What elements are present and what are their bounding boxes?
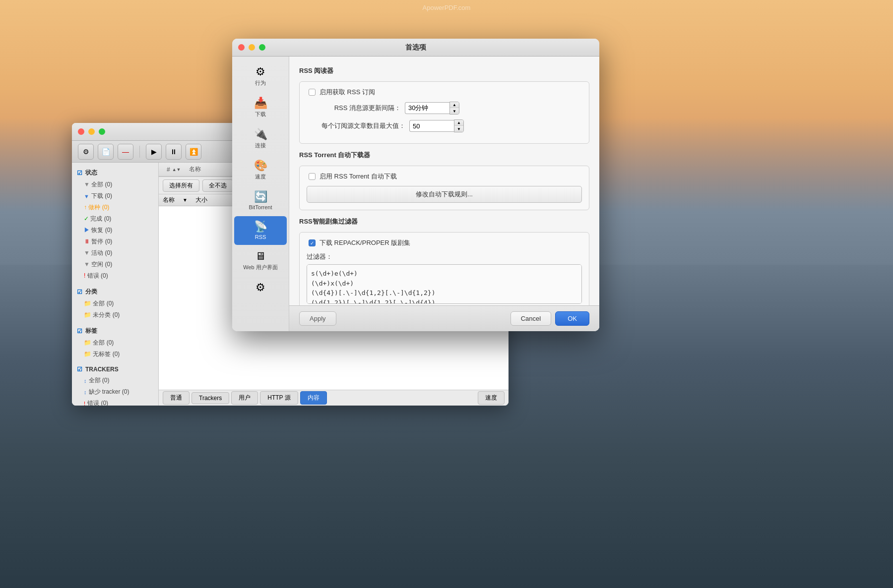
- connection-icon: 🔌: [254, 129, 267, 140]
- sidebar-category-label: 分类: [85, 288, 97, 296]
- col-num[interactable]: # ▲▼: [163, 166, 185, 173]
- refresh-interval-input[interactable]: 30分钟: [405, 102, 449, 114]
- tab-trackers[interactable]: Trackers: [191, 392, 229, 404]
- tab-speed[interactable]: 速度: [478, 391, 505, 405]
- sidebar-tags-label: 标签: [85, 327, 97, 335]
- sidebar-cat-uncat[interactable]: 📁 未分类 (0): [72, 309, 158, 321]
- cancel-button[interactable]: Cancel: [510, 311, 551, 326]
- sidebar-pause[interactable]: ⏸ 暂停 (0): [72, 236, 158, 247]
- nav-connection-label: 连接: [255, 142, 266, 149]
- download-repack-row: ✓ 下载 REPACK/PROPER 版剧集: [307, 238, 582, 247]
- max-articles-stepper[interactable]: 50 ▲ ▼: [409, 119, 464, 132]
- speed-icon: 🎨: [254, 160, 267, 171]
- nav-download[interactable]: 📥 下载: [234, 93, 287, 123]
- pref-body: ⚙ 行为 📥 下载 🔌 连接 🎨 速度 🔄 BitTorrent 📡 RS: [232, 57, 599, 331]
- sidebar-tracker-error[interactable]: ! 错误 (0): [72, 398, 158, 406]
- min-btn[interactable]: [88, 128, 95, 135]
- tab-normal[interactable]: 普通: [163, 391, 190, 405]
- tab-peers[interactable]: 用户: [231, 391, 258, 405]
- download-icon: 📥: [254, 98, 267, 109]
- nav-rss[interactable]: 📡 RSS: [234, 216, 287, 245]
- rss-torrent-title: RSS Torrent 自动下载器: [299, 151, 589, 160]
- nav-bittorrent[interactable]: 🔄 BitTorrent: [234, 186, 287, 215]
- sidebar-status-header: ☑ 状态: [72, 167, 158, 179]
- sidebar-trackers-section: ☑ TRACKERS ↕ 全部 (0) ↕ 缺少 tracker (0) ! 错…: [72, 364, 158, 406]
- refresh-interval-up[interactable]: ▲: [450, 102, 459, 108]
- max-btn[interactable]: [99, 128, 105, 135]
- category-checkbox: ☑: [77, 289, 82, 295]
- modify-rules-btn[interactable]: 修改自动下载规则...: [307, 186, 582, 203]
- max-articles-up[interactable]: ▲: [454, 120, 463, 126]
- sidebar-cat-all[interactable]: 📁 全部 (0): [72, 298, 158, 309]
- col-name-label: 名称: [189, 165, 201, 174]
- sidebar-complete[interactable]: ✓ 完成 (0): [72, 213, 158, 225]
- rss-reader-title: RSS 阅读器: [299, 66, 589, 75]
- refresh-interval-row: RSS 消息源更新间隔： 30分钟 ▲ ▼: [307, 102, 582, 115]
- sidebar-all[interactable]: ▼ 全部 (0): [72, 179, 158, 190]
- sidebar-tracker-all[interactable]: ↕ 全部 (0): [72, 375, 158, 386]
- sidebar-download[interactable]: ▼ 下载 (0): [72, 190, 158, 202]
- footer-left: Apply: [299, 311, 336, 326]
- behavior-icon: ⚙: [255, 66, 265, 77]
- nav-advanced[interactable]: ⚙: [234, 277, 287, 300]
- sidebar-tracker-missing[interactable]: ↕ 缺少 tracker (0): [72, 386, 158, 398]
- pref-footer: Apply Cancel OK: [289, 305, 599, 331]
- max-articles-down[interactable]: ▼: [454, 126, 463, 132]
- sidebar-tags-section: ☑ 标签 📁 全部 (0) 📁 无标签 (0): [72, 325, 158, 360]
- toolbar-top-btn[interactable]: ⏫: [186, 144, 201, 160]
- refresh-interval-stepper[interactable]: 30分钟 ▲ ▼: [405, 102, 459, 115]
- apply-button[interactable]: Apply: [299, 311, 336, 326]
- sidebar-tags-all[interactable]: 📁 全部 (0): [72, 337, 158, 349]
- pref-min-btn[interactable]: [249, 44, 255, 51]
- filter-label: 过滤器：: [307, 252, 582, 261]
- nav-speed[interactable]: 🎨 速度: [234, 155, 287, 185]
- sidebar-trackers-header: ☑ TRACKERS: [72, 364, 158, 375]
- footer-right: Cancel OK: [510, 311, 589, 326]
- select-none-btn[interactable]: 全不选: [202, 179, 233, 192]
- pref-close-btn[interactable]: [238, 44, 245, 51]
- sidebar-idle[interactable]: ▼ 空闲 (0): [72, 259, 158, 270]
- nav-bittorrent-label: BitTorrent: [249, 204, 272, 210]
- rss-icon: 📡: [254, 221, 267, 232]
- sidebar-tags-none[interactable]: 📁 无标签 (0): [72, 349, 158, 360]
- nav-webui[interactable]: 🖥 Web 用户界面: [234, 246, 287, 276]
- toolbar-remove-btn[interactable]: —: [118, 144, 133, 160]
- pref-sidebar: ⚙ 行为 📥 下载 🔌 连接 🎨 速度 🔄 BitTorrent 📡 RS: [232, 57, 289, 331]
- max-articles-row: 每个订阅源文章数目最大值： 50 ▲ ▼: [307, 119, 582, 132]
- nav-connection[interactable]: 🔌 连接: [234, 124, 287, 154]
- pref-content-area: RSS 阅读器 启用获取 RSS 订阅 RSS 消息源更新间隔： 30分钟 ▲ …: [289, 57, 599, 331]
- toolbar-pause-btn[interactable]: ⏸: [166, 144, 182, 160]
- col-num-sort: ▲▼: [172, 167, 181, 172]
- refresh-interval-btns[interactable]: ▲ ▼: [449, 102, 459, 115]
- refresh-interval-down[interactable]: ▼: [450, 108, 459, 114]
- enable-rss-checkbox[interactable]: [309, 89, 316, 96]
- sidebar-status-section: ☑ 状态 ▼ 全部 (0) ▼ 下载 (0) ↑ 做种 (0) ✓ 完成 (0)…: [72, 167, 158, 282]
- download-repack-checkbox[interactable]: ✓: [309, 239, 316, 246]
- ok-button[interactable]: OK: [555, 311, 589, 326]
- max-articles-input[interactable]: 50: [409, 120, 454, 132]
- sidebar-seed[interactable]: ↑ 做种 (0): [72, 202, 158, 213]
- nav-behavior[interactable]: ⚙ 行为: [234, 61, 287, 92]
- sidebar-error[interactable]: ! 错误 (0): [72, 270, 158, 282]
- max-articles-btns[interactable]: ▲ ▼: [454, 119, 464, 132]
- webui-icon: 🖥: [255, 251, 266, 262]
- toolbar-add-btn[interactable]: 📄: [98, 144, 114, 160]
- col-name[interactable]: 名称: [185, 165, 205, 174]
- smart-filter-box: ✓ 下载 REPACK/PROPER 版剧集 过滤器： s(\d+)e(\d+)…: [299, 232, 589, 312]
- close-btn[interactable]: [78, 128, 84, 135]
- tab-content[interactable]: 内容: [300, 391, 327, 405]
- tab-http[interactable]: HTTP 源: [260, 391, 298, 405]
- nav-webui-label: Web 用户界面: [243, 264, 277, 271]
- toolbar-settings-btn[interactable]: ⚙: [78, 144, 94, 160]
- enable-auto-checkbox[interactable]: [309, 173, 316, 180]
- pref-win-controls: [238, 44, 265, 51]
- select-all-btn[interactable]: 选择所有: [163, 179, 199, 192]
- sidebar-active[interactable]: ▼ 活动 (0): [72, 247, 158, 259]
- sidebar-resume[interactable]: ▶ 恢复 (0): [72, 225, 158, 236]
- toolbar-play-btn[interactable]: ▶: [146, 144, 162, 160]
- nav-behavior-label: 行为: [255, 79, 266, 87]
- sidebar-trackers-label: TRACKERS: [85, 366, 119, 373]
- files-col-size: 大小: [195, 196, 207, 204]
- pref-max-btn[interactable]: [259, 44, 265, 51]
- filter-textarea[interactable]: s(\d+)e(\d+) (\d+)x(\d+) (\d{4})[.\-]\d{…: [307, 264, 582, 304]
